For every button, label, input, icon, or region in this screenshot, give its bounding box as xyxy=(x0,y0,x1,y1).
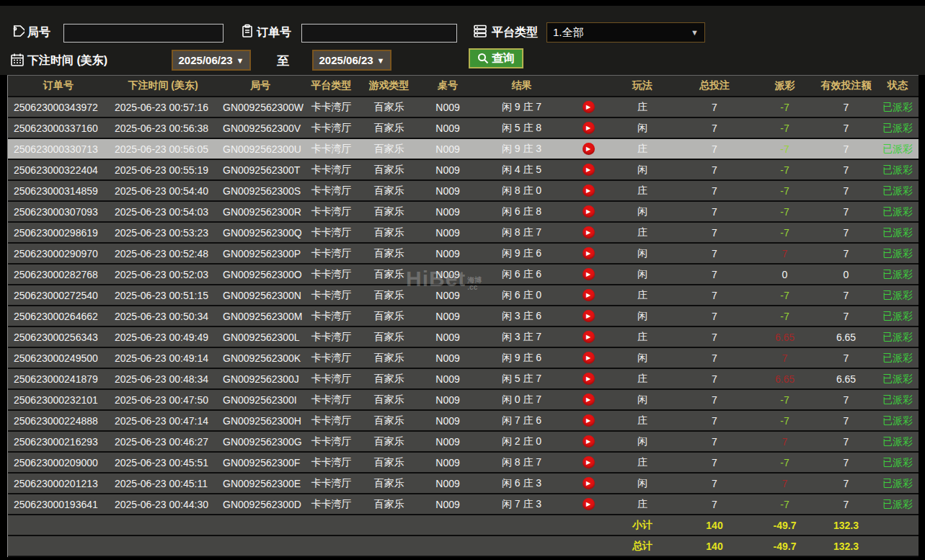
order-number-cell: 250623000201213 xyxy=(8,474,109,493)
play-icon[interactable]: ▶ xyxy=(583,289,595,301)
game-type-cell: 百家乐 xyxy=(359,181,419,200)
game-type-cell: 百家乐 xyxy=(359,202,419,221)
play-icon[interactable]: ▶ xyxy=(583,226,595,239)
play-icon[interactable]: ▶ xyxy=(583,101,595,113)
column-header: 游戏类型 xyxy=(359,76,419,96)
play-icon[interactable]: ▶ xyxy=(583,394,595,406)
play-icon[interactable]: ▶ xyxy=(583,414,595,427)
table-row[interactable]: 2506230002090002025-06-23 00:45:51GN0092… xyxy=(8,453,919,472)
table-row[interactable]: 2506230002012132025-06-23 00:45:11GN0092… xyxy=(8,474,919,493)
payout-cell: -7 xyxy=(754,390,815,409)
status-cell: 已派彩 xyxy=(877,202,919,221)
table-number-cell: N009 xyxy=(419,285,477,305)
play-icon[interactable]: ▶ xyxy=(583,310,595,322)
table-row[interactable]: 2506230002986192025-06-23 00:53:23GN0092… xyxy=(8,223,919,242)
play-icon[interactable]: ▶ xyxy=(583,122,595,134)
platform-cell: 卡卡湾厅 xyxy=(304,223,359,242)
payout-cell: -7 xyxy=(754,494,815,514)
play-icon[interactable]: ▶ xyxy=(583,268,595,280)
play-icon[interactable]: ▶ xyxy=(583,143,595,155)
round-number-cell: GN0092562300V xyxy=(217,118,304,138)
game-type-cell: 百家乐 xyxy=(359,244,419,263)
status-cell: 已派彩 xyxy=(877,369,919,388)
table-row[interactable]: 2506230002495002025-06-23 00:49:14GN0092… xyxy=(8,348,919,368)
table-row[interactable]: 2506230002418792025-06-23 00:48:34GN0092… xyxy=(8,369,919,388)
table-row[interactable]: 2506230002321012025-06-23 00:47:50GN0092… xyxy=(8,390,919,409)
total-bet-cell: 7 xyxy=(675,369,754,388)
status-cell: 已派彩 xyxy=(877,390,919,409)
total-row-payout: -49.7 xyxy=(754,536,815,556)
date-from-picker[interactable]: 2025/06/23 ▼ xyxy=(172,50,251,71)
total-bet-cell: 7 xyxy=(675,390,754,409)
play-type-cell: 庄 xyxy=(610,369,675,388)
play-icon[interactable]: ▶ xyxy=(583,331,595,343)
order-number-label: 订单号 xyxy=(257,25,291,40)
column-header: 有效投注额 xyxy=(815,76,877,96)
platform-cell: 卡卡湾厅 xyxy=(304,202,359,221)
platform-type-value: 1.全部 xyxy=(553,26,584,40)
table-row[interactable]: 2506230003070932025-06-23 00:54:03GN0092… xyxy=(8,202,919,221)
table-row[interactable]: 2506230003371602025-06-23 00:56:38GN0092… xyxy=(8,118,919,138)
replay-cell: ▶ xyxy=(567,327,610,347)
play-icon[interactable]: ▶ xyxy=(583,352,595,364)
table-row[interactable]: 2506230003439722025-06-23 00:57:16GN0092… xyxy=(8,97,919,117)
round-number-input[interactable] xyxy=(63,24,223,43)
table-row[interactable]: 2506230003224042025-06-23 00:55:19GN0092… xyxy=(8,160,919,179)
play-icon[interactable]: ▶ xyxy=(583,498,595,510)
result-cell: 闲 0 庄 7 xyxy=(477,390,567,409)
round-number-cell: GN0092562300K xyxy=(217,348,304,368)
play-icon[interactable]: ▶ xyxy=(583,477,595,489)
table-row[interactable]: 2506230002827682025-06-23 00:52:03GN0092… xyxy=(8,265,919,284)
replay-cell: ▶ xyxy=(567,97,610,117)
table-row[interactable]: 2506230002248882025-06-23 00:47:14GN0092… xyxy=(8,411,919,430)
round-number-cell: GN0092562300O xyxy=(217,265,304,284)
replay-cell: ▶ xyxy=(567,474,610,493)
result-cell: 闲 6 庄 0 xyxy=(477,285,567,305)
order-number-cell: 250623000241879 xyxy=(8,369,109,388)
empty-cell xyxy=(477,515,567,535)
table-row[interactable]: 2506230003148592025-06-23 00:54:40GN0092… xyxy=(8,181,919,200)
chevron-down-icon: ▼ xyxy=(236,56,244,65)
play-icon[interactable]: ▶ xyxy=(583,247,595,259)
play-type-cell: 庄 xyxy=(610,453,675,472)
table-row[interactable]: 2506230002725402025-06-23 00:51:15GN0092… xyxy=(8,285,919,305)
play-type-cell: 闲 xyxy=(610,265,675,284)
column-header: 结果 xyxy=(477,76,567,96)
bet-time-cell: 2025-06-23 00:45:11 xyxy=(109,474,217,493)
platform-cell: 卡卡湾厅 xyxy=(304,181,359,200)
game-type-cell: 百家乐 xyxy=(359,285,419,305)
result-cell: 闲 6 庄 3 xyxy=(477,474,567,493)
total-bet-cell: 7 xyxy=(675,285,754,305)
table-row[interactable]: 2506230002162932025-06-23 00:46:27GN0092… xyxy=(8,432,919,451)
order-number-input[interactable] xyxy=(301,24,457,43)
play-icon[interactable]: ▶ xyxy=(583,205,595,218)
table-row[interactable]: 2506230003307132025-06-23 00:56:05GN0092… xyxy=(8,139,919,159)
play-icon[interactable]: ▶ xyxy=(583,185,595,197)
game-type-cell: 百家乐 xyxy=(359,390,419,409)
query-button[interactable]: 查询 xyxy=(469,48,523,68)
play-icon[interactable]: ▶ xyxy=(583,373,595,385)
chevron-down-icon: ▼ xyxy=(691,28,699,37)
filter-panel: 局号 订单号 平台类型 1.全部 ▼ 下注时间 (美东) 2025/06/23 … xyxy=(0,6,925,75)
valid-bet-cell: 7 xyxy=(815,411,877,430)
table-row[interactable]: 2506230001936412025-06-23 00:44:30GN0092… xyxy=(8,494,919,514)
result-cell: 闲 7 庄 3 xyxy=(477,494,567,514)
valid-bet-cell: 7 xyxy=(815,244,877,263)
column-header: 桌号 xyxy=(419,76,477,96)
play-icon[interactable]: ▶ xyxy=(583,456,595,468)
date-to-picker[interactable]: 2025/06/23 ▼ xyxy=(312,50,391,71)
table-row[interactable]: 2506230002563432025-06-23 00:49:49GN0092… xyxy=(8,327,919,347)
subtotal-row-valid-bet: 132.3 xyxy=(815,515,877,535)
platform-type-select[interactable]: 1.全部 ▼ xyxy=(546,22,705,43)
bet-time-cell: 2025-06-23 00:56:05 xyxy=(109,139,217,159)
play-icon[interactable]: ▶ xyxy=(583,164,595,176)
replay-cell: ▶ xyxy=(567,202,610,221)
play-icon[interactable]: ▶ xyxy=(583,435,595,448)
replay-cell: ▶ xyxy=(567,306,610,326)
result-cell: 闲 8 庄 0 xyxy=(477,181,567,200)
round-number-cell: GN0092562300H xyxy=(217,411,304,430)
table-row[interactable]: 2506230002909702025-06-23 00:52:48GN0092… xyxy=(8,244,919,263)
payout-cell: 7 xyxy=(754,244,815,263)
platform-type-label: 平台类型 xyxy=(492,25,538,40)
table-row[interactable]: 2506230002646622025-06-23 00:50:34GN0092… xyxy=(8,306,919,326)
